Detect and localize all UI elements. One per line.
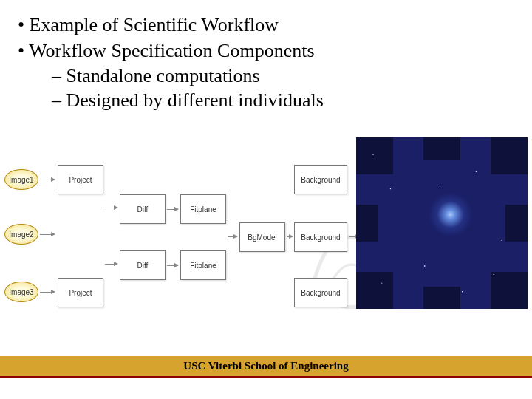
bullet-list: Example of Scientific Workflow Workflow … — [0, 0, 532, 112]
node-image3: Image3 — [4, 282, 38, 302]
bullet-2: Workflow Specification Components — [18, 39, 514, 64]
node-project-1: Project — [58, 165, 103, 194]
subbullet-2: Designed by different individuals — [18, 89, 514, 113]
footer-text: USC Viterbi School of Engineering — [183, 360, 348, 372]
node-image1: Image1 — [4, 169, 38, 190]
arrow — [40, 234, 55, 235]
arrow — [287, 236, 293, 237]
bullet-1: Example of Scientific Workflow — [18, 13, 514, 38]
arrow — [167, 265, 178, 266]
node-bgmodel: BgModel — [239, 222, 285, 252]
slide: Example of Scientific Workflow Workflow … — [0, 0, 532, 399]
node-fitplane-2: Fitplane — [180, 250, 226, 280]
node-diff-1: Diff — [120, 194, 166, 224]
footer-band: USC Viterbi School of Engineering — [0, 356, 532, 378]
arrow — [167, 209, 178, 210]
arrow — [40, 292, 55, 293]
arrow — [105, 208, 117, 208]
node-fitplane-1: Fitplane — [180, 194, 226, 224]
node-project-3: Project — [58, 278, 103, 307]
arrow — [40, 180, 55, 180]
sky-image — [356, 137, 528, 309]
arrow — [105, 264, 117, 265]
node-background-3: Background — [294, 278, 347, 307]
node-diff-2: Diff — [120, 250, 166, 280]
node-background-1: Background — [294, 165, 347, 194]
footer-spacer — [0, 378, 532, 399]
node-image2: Image2 — [4, 224, 38, 245]
subbullet-1: Standalone computations — [18, 64, 514, 89]
arrow — [228, 236, 237, 237]
node-background-2: Background — [294, 222, 347, 252]
